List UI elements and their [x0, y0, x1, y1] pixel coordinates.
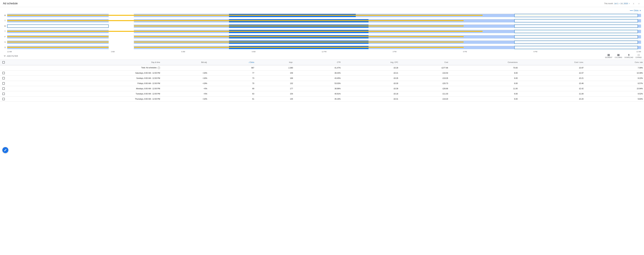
row-conv-rate: 15.94% — [585, 86, 644, 91]
total-cost-conv: £3.97 — [519, 65, 585, 70]
row-cost-conv: £3.20 — [519, 96, 585, 102]
row-checkbox[interactable] — [2, 87, 5, 90]
date-range-picker[interactable]: Jul 1 – 14, 2020 — [614, 2, 630, 4]
row-conv-rate: 8.57% — [585, 81, 644, 86]
col-header-cost[interactable]: Cost — [400, 60, 449, 65]
day-label-s1: S — [3, 41, 7, 43]
chart-row-monday: M — [3, 13, 641, 18]
filter-label: ADD FILTER — [7, 55, 18, 57]
chart-row-thursday: T — [3, 29, 641, 34]
col-header-ctr[interactable]: CTR — [294, 60, 342, 65]
row-checkbox[interactable] — [2, 93, 5, 95]
row-check[interactable] — [0, 70, 6, 76]
row-conv-rate: 8.22% — [585, 76, 644, 81]
row-day-time: Sundays, 8:00 AM - 12:00 PM — [6, 76, 161, 81]
add-filter-button[interactable]: ADD FILTER — [2, 54, 19, 58]
col-header-day-time[interactable]: Day & time — [6, 60, 161, 65]
data-table: Day & time Bid adj. ↓Clicks Impr. CTR Av… — [0, 60, 644, 102]
row-bid: +16% — [161, 70, 208, 76]
row-clicks: 63 — [208, 91, 256, 96]
row-cost: £20.73 — [400, 81, 449, 86]
col-header-cost-conv[interactable]: Cost / conv. — [519, 60, 585, 65]
total-bid — [161, 65, 208, 70]
row-check[interactable] — [0, 76, 6, 81]
chart-row-tuesday: T — [3, 18, 641, 23]
col-header-conversions[interactable]: Conversions — [449, 60, 519, 65]
download-button[interactable]: DOWNLOAD — [624, 54, 633, 58]
select-all-checkbox[interactable] — [2, 61, 5, 63]
table-row: Tuesdays, 8:00 AM - 12:00 PM +5% 63 154 … — [0, 91, 644, 96]
time-label-3pm: 3 PM — [359, 51, 430, 52]
row-checkbox[interactable] — [2, 72, 5, 74]
row-conversions: 8.00 — [449, 70, 519, 76]
row-cost: £19.26 — [400, 76, 449, 81]
day-label-f: F — [3, 36, 7, 38]
col-header-avg-cpc[interactable]: Avg. CPC — [342, 60, 399, 65]
row-ctr: 38.98% — [294, 86, 342, 91]
row-check[interactable] — [0, 91, 6, 96]
row-impr: 132 — [256, 81, 294, 86]
row-check[interactable] — [0, 96, 6, 102]
total-avg-cpc: £0.28 — [342, 65, 399, 70]
table-row: Sundays, 8:00 AM - 12:00 PM +16% 73 168 … — [0, 76, 644, 81]
total-ctr: 41.47% — [294, 65, 342, 70]
row-cost: £26.66 — [400, 86, 449, 91]
time-label-12pm: 12 PM — [289, 51, 359, 52]
col-header-clicks[interactable]: ↓Clicks — [208, 60, 256, 65]
time-label-6pm: 6 PM — [430, 51, 500, 52]
row-bars-s2[interactable] — [7, 45, 641, 50]
col-header-bid[interactable]: Bid adj. — [161, 60, 208, 65]
row-conversions: 6.00 — [449, 81, 519, 86]
time-label-6am: 6 AM — [148, 51, 218, 52]
row-bars-t2[interactable] — [7, 29, 641, 34]
row-cost-conv: £3.46 — [519, 81, 585, 86]
time-label-9pm: 9 PM — [500, 51, 570, 52]
legend-dropdown-icon[interactable]: ▼ — [640, 10, 641, 11]
row-bid: +5% — [161, 86, 208, 91]
row-conv-rate: 9.84% — [585, 96, 644, 102]
toolbar-right: SEGMENT COLUMNS DOWNLOAD EXPAND — [605, 54, 642, 58]
date-period-label: This month — [604, 2, 613, 4]
help-icon[interactable]: ? — [158, 67, 160, 69]
row-clicks: 70 — [208, 81, 256, 86]
day-label-t2: T — [3, 30, 7, 32]
day-label-s2: S — [3, 46, 7, 48]
time-label-9am: 9 AM — [218, 51, 289, 52]
row-impr: 135 — [256, 96, 294, 102]
legend-line — [630, 10, 633, 11]
row-clicks: 69 — [208, 86, 256, 91]
toolbar-left: ADD FILTER — [2, 54, 19, 58]
row-ctr: 53.03% — [294, 81, 342, 86]
row-bars-w[interactable] — [7, 24, 641, 28]
row-checkbox[interactable] — [2, 82, 5, 85]
row-cost: £19.20 — [400, 96, 449, 102]
nav-prev-button[interactable]: ‹ — [632, 1, 636, 6]
columns-button[interactable]: COLUMNS — [615, 54, 622, 58]
row-check[interactable] — [0, 81, 6, 86]
row-check[interactable] — [0, 86, 6, 91]
col-header-impr[interactable]: Impr. — [256, 60, 294, 65]
nav-next-button[interactable]: › — [637, 1, 641, 6]
select-all-header[interactable] — [0, 60, 6, 65]
header-controls: This month Jul 1 – 14, 2020 ‹ › — [604, 1, 641, 6]
chart-legend: Clicks ▼ — [3, 9, 641, 11]
segment-button[interactable]: SEGMENT — [605, 54, 612, 58]
row-ctr: 45.19% — [294, 96, 342, 102]
chart-container: Clicks ▼ M T — [0, 7, 644, 52]
row-cost-conv: £3.21 — [519, 76, 585, 81]
row-bars-m[interactable] — [7, 13, 641, 18]
row-checkbox[interactable] — [2, 77, 5, 79]
row-bars-s1[interactable] — [7, 40, 641, 44]
total-cost: £277.96 — [400, 65, 449, 70]
row-bars-t1[interactable] — [7, 18, 641, 23]
row-bars-f[interactable] — [7, 34, 641, 39]
col-header-conv-rate[interactable]: Conv. rate — [585, 60, 644, 65]
table-row: Mondays, 8:00 AM - 12:00 PM +5% 69 177 3… — [0, 86, 644, 91]
expand-button[interactable]: EXPAND — [636, 54, 642, 58]
chart-grid: M T — [3, 13, 641, 52]
chart-row-wednesday: W — [3, 23, 641, 29]
row-conv-rate: 9.52% — [585, 91, 644, 96]
row-checkbox[interactable] — [2, 98, 5, 100]
row-day-time: Tuesdays, 8:00 AM - 12:00 PM — [6, 91, 161, 96]
table-toolbar: ADD FILTER SEGMENT COLUMNS DOWNLOAD EXPA… — [0, 52, 644, 60]
